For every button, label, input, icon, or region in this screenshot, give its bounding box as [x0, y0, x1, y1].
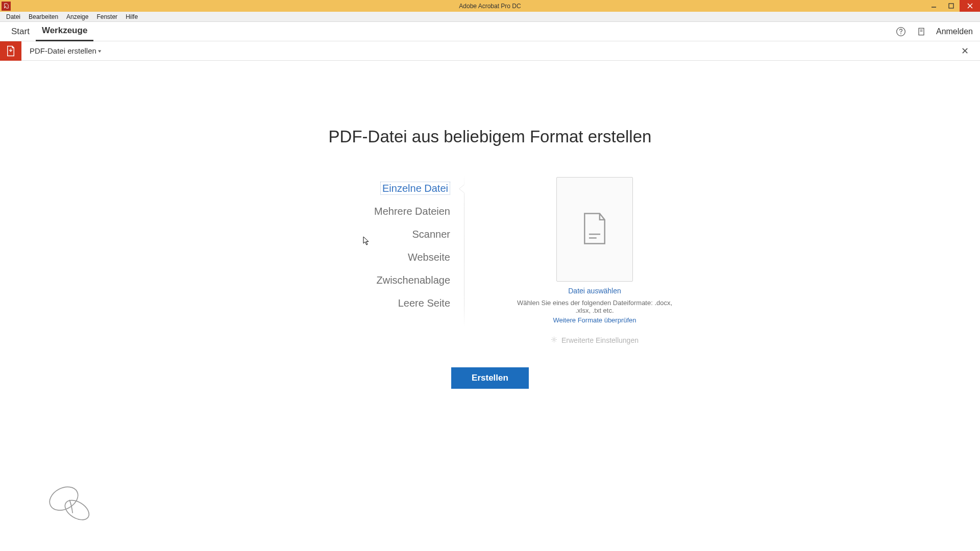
signin-link[interactable]: Anmelden: [936, 27, 973, 36]
tab-start[interactable]: Start: [5, 22, 36, 41]
tool-title-label: PDF-Datei erstellen: [30, 46, 96, 55]
advanced-settings-label: Erweiterte Einstellungen: [561, 336, 639, 344]
svg-point-5: [900, 33, 901, 34]
source-options: Einzelne Datei Mehrere Dateien Scanner W…: [301, 177, 464, 315]
dropzone-area: Datei auswählen Wählen Sie eines der fol…: [464, 177, 679, 344]
notifications-icon[interactable]: [916, 26, 927, 37]
advanced-settings: Erweiterte Einstellungen: [551, 336, 639, 344]
butterfly-logo: [45, 480, 99, 531]
option-scanner[interactable]: Scanner: [301, 223, 450, 246]
close-button[interactable]: [960, 0, 980, 12]
app-icon: [2, 2, 11, 11]
tool-bar: PDF-Datei erstellen ▾ ✕: [0, 41, 980, 61]
toolbar-close-button[interactable]: ✕: [959, 45, 971, 57]
gear-icon: [551, 336, 557, 344]
menu-file[interactable]: Datei: [2, 13, 24, 20]
option-blank-page[interactable]: Leere Seite: [301, 292, 450, 315]
maximize-button[interactable]: [942, 0, 960, 12]
menu-help[interactable]: Hilfe: [121, 13, 142, 20]
tab-bar: Start Werkzeuge Anmelden: [0, 22, 980, 41]
window-title: Adobe Acrobat Pro DC: [459, 3, 521, 10]
format-hint: Wählen Sie eines der folgenden Dateiform…: [510, 299, 679, 314]
select-file-link[interactable]: Datei auswählen: [568, 287, 621, 295]
menu-window[interactable]: Fenster: [92, 13, 121, 20]
window-titlebar: Adobe Acrobat Pro DC: [0, 0, 980, 12]
help-icon[interactable]: [895, 26, 906, 37]
option-multiple-files[interactable]: Mehrere Dateien: [301, 200, 450, 223]
menu-bar: Datei Bearbeiten Anzeige Fenster Hilfe: [0, 12, 980, 22]
menu-view[interactable]: Anzeige: [62, 13, 92, 20]
options-divider: [464, 174, 464, 328]
window-controls: [925, 0, 980, 12]
minimize-button[interactable]: [925, 0, 942, 12]
more-formats-link[interactable]: Weitere Formate überprüfen: [553, 316, 636, 324]
create-button[interactable]: Erstellen: [451, 367, 529, 389]
create-pdf-icon: [0, 41, 21, 61]
svg-point-12: [45, 482, 82, 515]
menu-edit[interactable]: Bearbeiten: [24, 13, 62, 20]
option-single-file[interactable]: Einzelne Datei: [301, 177, 450, 200]
tab-tools[interactable]: Werkzeuge: [36, 22, 93, 41]
svg-rect-1: [949, 4, 953, 8]
svg-point-11: [553, 339, 555, 341]
main-content: PDF-Datei aus beliebigem Format erstelle…: [0, 61, 980, 389]
option-clipboard[interactable]: Zwischenablage: [301, 269, 450, 292]
create-panel: Einzelne Datei Mehrere Dateien Scanner W…: [301, 177, 679, 344]
svg-rect-6: [919, 28, 924, 35]
tool-title-dropdown[interactable]: PDF-Datei erstellen ▾: [21, 46, 101, 55]
file-dropzone[interactable]: [556, 177, 633, 282]
option-website[interactable]: Webseite: [301, 246, 450, 269]
page-heading: PDF-Datei aus beliebigem Format erstelle…: [329, 127, 652, 146]
chevron-down-icon: ▾: [98, 48, 102, 54]
file-icon: [581, 212, 608, 247]
